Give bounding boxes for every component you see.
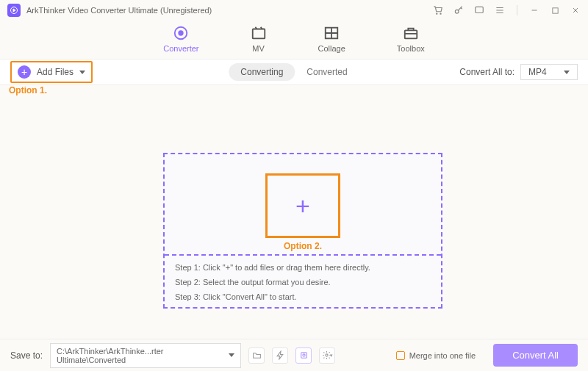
output-format-select[interactable]: MP4 [520,64,578,80]
save-to-label: Save to: [10,350,43,361]
svg-point-2 [440,13,441,14]
toolbar: + Add Files Converting Converted Convert… [0,59,588,85]
cart-icon[interactable] [433,5,443,15]
svg-point-1 [437,13,437,14]
minimize-icon[interactable] [529,5,539,15]
step-text: Step 2: Select the output format you des… [175,278,370,287]
chevron-down-icon [564,71,570,74]
instructions: Step 1: Click "+" to add files or drag t… [175,263,370,301]
chevron-down-icon [229,353,234,357]
main-nav: Converter MV Collage Toolbox [0,21,588,59]
divider [165,254,441,256]
svg-rect-5 [552,7,557,12]
window-title: ArkThinker Video Converter Ultimate (Unr… [26,6,212,15]
svg-point-12 [302,354,304,356]
nav-collage[interactable]: Collage [318,25,345,53]
settings-button[interactable]: ▾ [319,347,335,364]
titlebar-actions [433,5,581,15]
footer: Save to: C:\ArkThinker\ArkThinke...rter … [0,339,588,371]
chevron-down-icon [79,71,85,74]
save-path-select[interactable]: C:\ArkThinker\ArkThinke...rter Ultimate\… [50,343,241,368]
dropzone[interactable]: + Option 2. Step 1: Click "+" to add fil… [163,153,442,309]
annotation-option2: Option 2. [284,241,322,251]
tab-converted[interactable]: Converted [295,63,359,81]
svg-rect-8 [252,29,265,39]
nav-toolbox[interactable]: Toolbox [397,25,425,53]
add-files-button[interactable]: + Add Files [10,61,93,83]
mv-icon [251,25,267,41]
collage-icon [323,25,340,41]
svg-rect-11 [301,353,306,359]
nav-mv[interactable]: MV [251,25,267,53]
svg-point-13 [325,354,327,356]
toolbox-icon [403,25,419,41]
high-speed-button[interactable] [295,347,312,364]
convert-all-to: Convert All to: MP4 [459,64,578,80]
svg-rect-10 [405,30,417,38]
maximize-icon[interactable] [550,5,560,15]
app-logo-icon [7,4,21,17]
close-icon[interactable] [570,5,581,15]
plus-icon: + [18,65,31,79]
add-files-dropzone-button[interactable]: + [265,173,340,238]
converter-icon [173,25,189,41]
status-tabs: Converting Converted [229,63,359,81]
step-text: Step 1: Click "+" to add files or drag t… [175,263,370,272]
merge-checkbox[interactable]: Merge into one file [396,351,476,360]
main-area: + Option 2. Step 1: Click "+" to add fil… [0,85,588,341]
titlebar: ArkThinker Video Converter Ultimate (Unr… [0,0,588,21]
tab-converting[interactable]: Converting [229,63,295,81]
convert-all-button[interactable]: Convert All [493,344,578,367]
checkbox-icon [396,351,405,360]
svg-point-3 [455,10,459,13]
plus-icon: + [295,192,310,220]
open-folder-button[interactable] [248,347,265,364]
step-text: Step 3: Click "Convert All" to start. [175,292,370,301]
key-icon[interactable] [453,5,464,15]
hardware-accel-button[interactable] [272,347,288,364]
svg-point-7 [179,31,184,35]
nav-converter[interactable]: Converter [163,25,198,53]
feedback-icon[interactable] [474,5,484,15]
menu-icon[interactable] [495,5,505,15]
